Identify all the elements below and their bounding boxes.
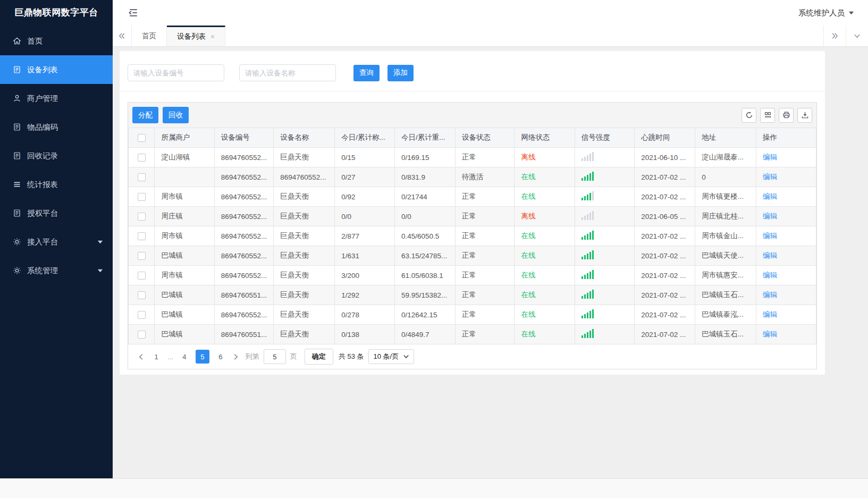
goto-label: 到第 <box>246 352 259 361</box>
edit-link[interactable]: 编辑 <box>763 271 777 279</box>
sidebar-item-recycle-records[interactable]: 回收记录 <box>0 141 113 170</box>
device-name-cell: 巨鼎天衡 <box>274 285 335 305</box>
tab-label: 设备列表 <box>177 32 206 41</box>
sidebar-menu: 首页设备列表商户管理物品编码回收记录统计报表授权平台接入平台系统管理 <box>0 27 113 285</box>
sidebar-item-access-platform[interactable]: 接入平台 <box>0 227 113 256</box>
sidebar-item-merchant-manage[interactable]: 商户管理 <box>0 84 113 113</box>
table-row: 巴城镇8694760552...巨鼎天衡0/2780/12642.15正常在线2… <box>129 305 816 325</box>
edit-link[interactable]: 编辑 <box>763 310 777 318</box>
merchant-cell: 周市镇 <box>155 187 214 207</box>
horizontal-scrollbar[interactable] <box>0 478 868 498</box>
today-count-cell: 0/0 <box>335 207 395 226</box>
user-menu[interactable]: 系统维护人员 <box>798 8 854 18</box>
column-header-3: 今日/累计称... <box>335 128 395 148</box>
goto-page-input[interactable] <box>264 349 286 364</box>
row-checkbox[interactable] <box>138 232 146 240</box>
chevron-right-icon <box>232 353 239 360</box>
page-button-6[interactable]: 6 <box>214 350 227 364</box>
tabs-scroll-right-button[interactable] <box>823 26 846 46</box>
tabs-scroll-left-button[interactable] <box>113 26 132 46</box>
today-count-cell: 2/877 <box>335 226 395 246</box>
merchant-cell: 巴城镇 <box>155 246 214 266</box>
confirm-button[interactable]: 确定 <box>305 349 333 365</box>
column-header-5: 设备状态 <box>455 128 514 148</box>
sidebar-item-label: 回收记录 <box>27 151 58 161</box>
sidebar-item-home[interactable]: 首页 <box>0 27 113 55</box>
device-status-cell: 正常 <box>455 246 514 266</box>
device-name-cell: 8694760552... <box>274 167 335 187</box>
signal-strength-icon <box>582 270 594 279</box>
row-checkbox[interactable] <box>138 311 146 319</box>
pagination-next-button[interactable] <box>230 350 242 364</box>
sidebar-item-system-manage[interactable]: 系统管理 <box>0 256 113 285</box>
row-checkbox[interactable] <box>138 154 146 162</box>
page-button-5[interactable]: 5 <box>196 350 209 364</box>
edit-link[interactable]: 编辑 <box>763 291 777 299</box>
add-button[interactable]: 添加 <box>387 65 414 81</box>
edit-link[interactable]: 编辑 <box>763 330 777 338</box>
device-status-cell: 正常 <box>455 305 514 325</box>
device-name-input[interactable] <box>239 64 336 81</box>
table-toolbar-icons <box>741 108 812 123</box>
tabs-menu-button[interactable] <box>846 26 868 46</box>
table-head: 所属商户设备编号设备名称今日/累计称...今日/累计重...设备状态网络状态信号… <box>129 128 816 148</box>
chevron-down-icon <box>853 32 861 40</box>
print-button[interactable] <box>779 108 794 123</box>
export-button[interactable] <box>797 108 812 123</box>
select-all-checkbox[interactable] <box>138 134 146 142</box>
row-checkbox[interactable] <box>138 252 146 260</box>
edit-link[interactable]: 编辑 <box>763 173 777 181</box>
device-no-input[interactable] <box>128 64 224 81</box>
edit-link[interactable]: 编辑 <box>763 192 777 200</box>
device-name-cell: 巨鼎天衡 <box>274 325 335 344</box>
refresh-button[interactable] <box>741 108 756 123</box>
page-button-4[interactable]: 4 <box>178 350 191 364</box>
row-checkbox[interactable] <box>138 193 146 201</box>
heartbeat-cell: 2021-07-02 ... <box>635 305 695 325</box>
heartbeat-cell: 2021-07-02 ... <box>635 266 695 285</box>
tab-close-icon[interactable]: × <box>210 33 215 40</box>
sidebar-item-authorize-platform[interactable]: 授权平台 <box>0 199 113 227</box>
column-header-10: 操作 <box>756 128 816 148</box>
edit-link[interactable]: 编辑 <box>763 153 777 161</box>
table-toolbar: 分配 回收 <box>128 103 816 128</box>
device-name-cell: 巨鼎天衡 <box>274 266 335 285</box>
row-checkbox[interactable] <box>138 173 146 181</box>
caret-down-icon <box>403 354 409 359</box>
pagination-prev-button[interactable] <box>134 350 147 364</box>
signal-strength-icon <box>582 211 594 220</box>
edit-link[interactable]: 编辑 <box>763 251 777 259</box>
network-status: 在线 <box>521 232 535 240</box>
columns-button[interactable] <box>760 108 775 123</box>
table-row: 巴城镇8694760551...巨鼎天衡0/1380/4849.7正常在线202… <box>129 325 816 344</box>
caret-down-icon <box>97 239 103 245</box>
merchant-cell <box>155 167 214 187</box>
sidebar-item-statistics-report[interactable]: 统计报表 <box>0 170 113 199</box>
edit-link[interactable]: 编辑 <box>763 212 777 220</box>
column-header-2: 设备名称 <box>274 128 335 148</box>
row-checkbox[interactable] <box>138 291 146 299</box>
row-checkbox[interactable] <box>138 213 146 221</box>
today-count-cell: 1/292 <box>335 285 395 305</box>
tab-home[interactable]: 首页 <box>132 26 167 46</box>
assign-button[interactable]: 分配 <box>132 107 158 123</box>
collapse-sidebar-icon[interactable] <box>128 8 139 18</box>
page-size-select[interactable]: 10 条/页 <box>368 349 415 364</box>
page-button-1[interactable]: 1 <box>149 350 163 364</box>
edit-link[interactable]: 编辑 <box>763 232 777 240</box>
sidebar-item-item-code[interactable]: 物品编码 <box>0 113 113 141</box>
today-weight-cell: 63.15/24785... <box>395 246 456 266</box>
caret-down-icon <box>848 11 854 15</box>
device-name-cell: 巨鼎天衡 <box>274 246 335 266</box>
sidebar-item-device-list[interactable]: 设备列表 <box>0 55 113 84</box>
row-checkbox[interactable] <box>138 331 146 339</box>
tabbar-right-controls <box>823 26 868 46</box>
row-checkbox[interactable] <box>138 272 146 280</box>
device-status-cell: 正常 <box>455 266 514 285</box>
query-button[interactable]: 查询 <box>353 65 380 81</box>
sidebar-item-label: 接入平台 <box>27 237 58 247</box>
today-weight-cell: 0/169.15 <box>395 148 456 167</box>
device-no-cell: 8694760552... <box>214 207 273 226</box>
tab-device-list[interactable]: 设备列表× <box>167 26 225 46</box>
recycle-button[interactable]: 回收 <box>163 107 189 123</box>
